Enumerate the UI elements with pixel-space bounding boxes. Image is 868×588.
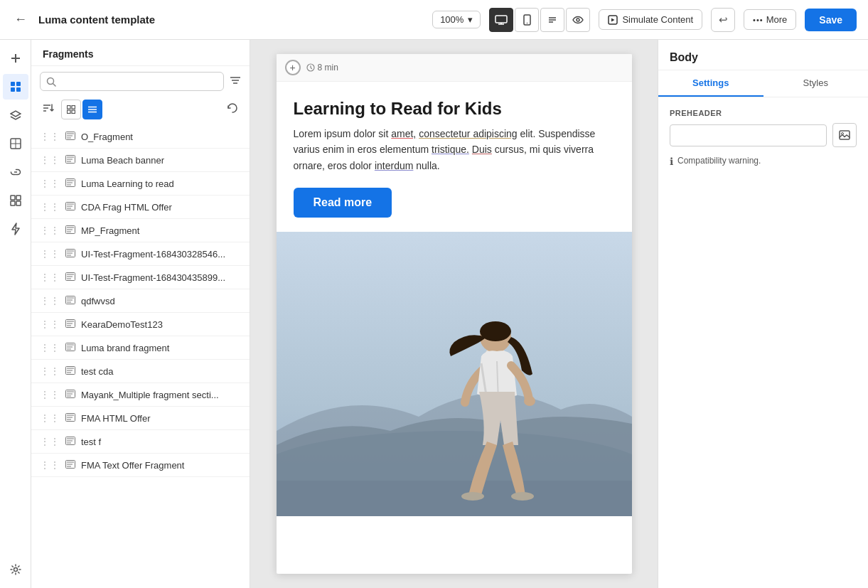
desktop-view-button[interactable] xyxy=(489,8,513,32)
list-item[interactable]: ⋮⋮ Luma Learning to read xyxy=(31,172,250,196)
content-section: Learning to Read for Kids Lorem ipsum do… xyxy=(277,82,632,232)
refresh-button[interactable] xyxy=(224,100,241,119)
svg-rect-14 xyxy=(11,87,15,92)
fragment-type-icon xyxy=(65,248,75,260)
simulate-content-button[interactable]: Body Simulate Content xyxy=(599,9,702,30)
warning-text: Compatibility warning. xyxy=(677,156,761,166)
fragment-type-icon xyxy=(65,201,75,213)
list-item[interactable]: ⋮⋮ Luma brand fragment xyxy=(31,336,250,360)
svg-rect-21 xyxy=(11,201,15,205)
sort-button[interactable] xyxy=(40,100,57,119)
article-title: Learning to Read for Kids xyxy=(294,99,615,119)
fragment-name: test f xyxy=(81,437,241,447)
preview-button[interactable] xyxy=(566,8,590,32)
search-input[interactable] xyxy=(60,76,218,87)
main-area: Fragments xyxy=(0,40,868,588)
lightning-icon-button[interactable] xyxy=(3,216,28,242)
list-item[interactable]: ⋮⋮ CDA Frag HTML Offer xyxy=(31,196,250,219)
fragment-name: FMA Text Offer Fragment xyxy=(81,460,241,471)
drag-handle-icon: ⋮⋮ xyxy=(40,154,60,166)
filter-button[interactable] xyxy=(230,75,241,88)
drag-handle-icon: ⋮⋮ xyxy=(40,342,60,353)
sidebar-search-row xyxy=(31,66,250,97)
save-button[interactable]: Save xyxy=(805,9,857,31)
link-amet: amet, xyxy=(391,128,416,139)
grid-icon-button[interactable] xyxy=(3,188,28,213)
right-panel-title: Body xyxy=(658,40,868,70)
link-consectetur: consectetur adipiscing xyxy=(419,128,518,139)
list-item[interactable]: ⋮⋮ MP_Fragment xyxy=(31,219,250,242)
list-item[interactable]: ⋮⋮ qdfwvsd xyxy=(31,289,250,313)
more-button[interactable]: ••• More xyxy=(744,9,796,30)
fragment-type-icon xyxy=(65,342,75,353)
undo-button[interactable]: ↩ xyxy=(711,8,735,32)
svg-point-4 xyxy=(527,22,528,23)
fragment-name: test cda xyxy=(81,366,241,377)
canvas-add-button[interactable]: + xyxy=(285,60,301,75)
runner-image-section xyxy=(277,232,632,516)
svg-rect-19 xyxy=(11,196,15,200)
link-interdum: interdum xyxy=(375,160,413,171)
clock-icon xyxy=(306,63,315,72)
list-item[interactable]: ⋮⋮ test cda xyxy=(31,360,250,383)
add-icon-button[interactable] xyxy=(3,46,28,71)
text-view-button[interactable] xyxy=(540,8,564,32)
article-body: Lorem ipsum dolor sit amet, consectetur … xyxy=(294,126,615,173)
fragment-type-icon xyxy=(65,459,75,471)
sidebar-search-box[interactable] xyxy=(40,72,224,91)
drag-handle-icon: ⋮⋮ xyxy=(40,389,60,400)
svg-point-8 xyxy=(577,18,579,21)
list-item[interactable]: ⋮⋮ FMA HTML Offer xyxy=(31,407,250,430)
read-more-button[interactable]: Read more xyxy=(294,188,392,218)
more-dots-icon: ••• xyxy=(753,16,763,24)
link-duis: Duis xyxy=(472,144,492,155)
fragment-name: Mayank_Multiple fragment secti... xyxy=(81,390,241,400)
icon-bar xyxy=(0,40,31,588)
components-icon-button[interactable] xyxy=(3,131,28,156)
tab-styles[interactable]: Styles xyxy=(763,70,869,97)
preheader-input[interactable] xyxy=(670,124,827,146)
preheader-image-button[interactable] xyxy=(832,123,857,147)
svg-rect-0 xyxy=(495,16,507,23)
list-view-button[interactable] xyxy=(82,100,102,119)
layers-icon-button[interactable] xyxy=(3,102,28,128)
mobile-view-button[interactable] xyxy=(515,8,539,32)
svg-line-25 xyxy=(53,83,56,86)
svg-rect-35 xyxy=(72,110,75,114)
list-item[interactable]: ⋮⋮ KearaDemoTest123 xyxy=(31,313,250,336)
grid-view-button[interactable] xyxy=(61,100,81,119)
list-item[interactable]: ⋮⋮ FMA Text Offer Fragment xyxy=(31,454,250,477)
sidebar-toolbar xyxy=(31,97,250,125)
canvas-area[interactable]: + 8 min Learning to Read for Kids Lorem … xyxy=(250,40,658,588)
list-item[interactable]: ⋮⋮ test f xyxy=(31,430,250,454)
drag-handle-icon: ⋮⋮ xyxy=(40,295,60,306)
list-item[interactable]: ⋮⋮ O_Fragment xyxy=(31,125,250,149)
list-item[interactable]: ⋮⋮ UI-Test-Fragment-168430328546... xyxy=(31,242,250,266)
back-button[interactable]: ← xyxy=(11,9,30,30)
links-icon-button[interactable] xyxy=(3,159,28,185)
zoom-selector[interactable]: 100% ▾ xyxy=(432,11,481,28)
fragments-icon-button[interactable] xyxy=(3,74,28,100)
tab-settings[interactable]: Settings xyxy=(658,70,763,97)
fragments-icon xyxy=(10,81,21,92)
warning-icon: ℹ xyxy=(670,156,673,167)
simulate-label-text: Simulate Content xyxy=(622,14,693,25)
svg-point-23 xyxy=(14,568,17,572)
settings-bottom-icon-button[interactable] xyxy=(3,557,28,582)
list-item[interactable]: ⋮⋮ Mayank_Multiple fragment secti... xyxy=(31,383,250,407)
undo-icon: ↩ xyxy=(719,14,728,26)
svg-rect-13 xyxy=(16,82,21,86)
fragment-type-icon xyxy=(65,365,75,377)
list-item[interactable]: ⋮⋮ Luma Beach banner xyxy=(31,149,250,172)
settings-bottom-icon xyxy=(10,564,21,575)
drag-handle-icon: ⋮⋮ xyxy=(40,131,60,142)
zoom-chevron-icon: ▾ xyxy=(468,14,473,25)
fragment-type-icon xyxy=(65,389,75,400)
desktop-icon xyxy=(495,15,508,25)
svg-point-106 xyxy=(524,396,535,406)
list-item[interactable]: ⋮⋮ UI-Test-Fragment-168430435899... xyxy=(31,266,250,289)
right-panel-tabs: Settings Styles xyxy=(658,70,868,97)
svg-rect-20 xyxy=(16,196,21,200)
image-icon xyxy=(839,130,850,140)
fragment-name: Luma brand fragment xyxy=(81,343,241,353)
